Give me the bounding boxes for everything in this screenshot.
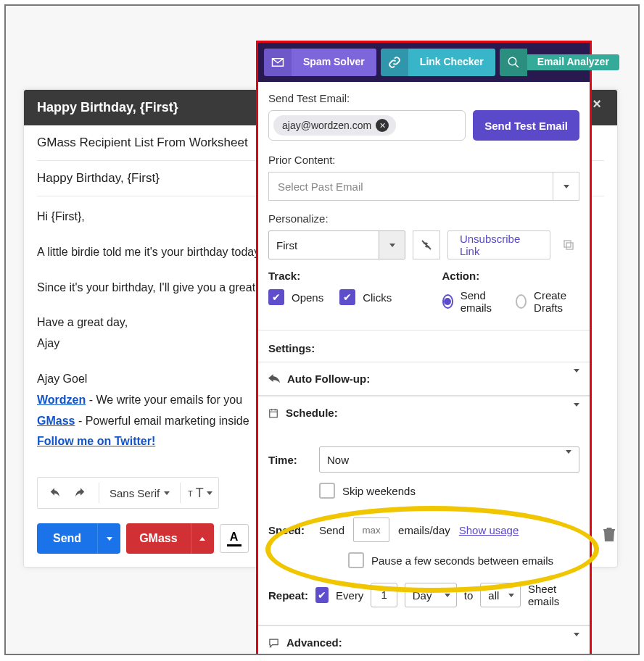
radio-create-drafts[interactable] <box>516 294 527 309</box>
skip-weekends-row[interactable]: Skip weekends <box>319 483 579 499</box>
track-clicks-label: Clicks <box>363 291 392 304</box>
tab-spam-solver[interactable]: Spam Solver <box>264 49 376 76</box>
repeat-who-value: all <box>488 589 499 602</box>
track-action-row: Track: ✔ Opens ✔ Clicks Action: <box>268 270 579 321</box>
speed-prefix: Send <box>319 524 344 536</box>
show-usage-link[interactable]: Show usage <box>459 524 519 536</box>
repeat-row: Repeat: ✔ Every 1 Day to all S <box>268 583 579 607</box>
checkbox-repeat[interactable]: ✔ <box>315 587 329 603</box>
radio-send-emails[interactable] <box>442 294 453 309</box>
font-dropdown[interactable]: Sans Serif <box>107 487 173 499</box>
track-clicks-row[interactable]: ✔ Clicks <box>339 289 392 305</box>
panel-tabs: Spam Solver Link Checker Email Analyzer <box>258 43 590 82</box>
prior-content-label: Prior Content: <box>268 154 579 166</box>
chevron-down-icon <box>574 373 579 385</box>
section-followup: Auto Follow-up: <box>258 362 590 396</box>
repeat-count-input[interactable]: 1 <box>371 583 397 607</box>
send-dropdown[interactable] <box>97 523 120 554</box>
repeat-unit-select[interactable]: Day <box>405 583 457 607</box>
toolbar-separator <box>180 483 181 503</box>
unsubscribe-link-button[interactable]: Unsubscribe Link <box>447 230 550 259</box>
gmass-button[interactable]: GMass <box>126 523 190 554</box>
font-size-dropdown[interactable]: тT <box>188 482 212 504</box>
test-email-chip: ajay@wordzen.com ✕ <box>273 115 396 136</box>
svg-rect-2 <box>564 241 571 247</box>
action-send-label: Send emails <box>461 289 503 314</box>
font-name: Sans Serif <box>110 487 160 499</box>
action-drafts-row[interactable]: Create Drafts <box>516 289 579 314</box>
checkbox-pause[interactable] <box>348 552 364 568</box>
format-A-icon: A <box>230 531 239 543</box>
send-button[interactable]: Send <box>37 523 97 554</box>
svg-point-0 <box>508 57 516 65</box>
checkbox-clicks[interactable]: ✔ <box>339 289 355 305</box>
action-label: Action: <box>442 270 580 282</box>
checkbox-skip-weekends[interactable] <box>319 483 335 499</box>
send-test-label: Send Test Email: <box>268 92 579 104</box>
repeat-label: Repeat: <box>268 589 308 602</box>
tab-link-checker[interactable]: Link Checker <box>381 49 495 76</box>
remove-link-icon[interactable] <box>413 230 440 259</box>
section-schedule: Schedule: Time: Now Skip weekends <box>258 396 590 625</box>
app-frame: Happy Birthday, {First} × GMass Recipien… <box>4 4 640 655</box>
calendar-icon <box>268 408 278 418</box>
undo-icon[interactable] <box>44 482 65 504</box>
gmass-dropdown[interactable] <box>191 523 214 554</box>
test-email-input[interactable]: ajay@wordzen.com ✕ <box>268 110 466 141</box>
prior-content-placeholder: Select Past Email <box>278 180 363 193</box>
chevron-down-icon[interactable] <box>379 231 405 259</box>
prior-content-select[interactable]: Select Past Email <box>268 172 579 201</box>
sig-wordzen-tag: - We write your emails for you <box>86 394 242 406</box>
tab-spam-label: Spam Solver <box>292 49 376 75</box>
track-opens-label: Opens <box>292 291 323 304</box>
schedule-header[interactable]: Schedule: <box>258 396 590 429</box>
followup-title: Auto Follow-up: <box>287 373 370 385</box>
search-mail-icon <box>500 49 527 76</box>
checkbox-opens[interactable]: ✔ <box>268 289 284 305</box>
personalize-label: Personalize: <box>268 212 579 225</box>
track-opens-row[interactable]: ✔ Opens <box>268 289 323 305</box>
followup-header[interactable]: Auto Follow-up: <box>258 362 590 395</box>
sig-twitter-link[interactable]: Follow me on Twitter! <box>37 435 155 447</box>
pause-label: Pause a few seconds between emails <box>371 554 553 567</box>
time-label: Time: <box>268 454 310 466</box>
text-format-button[interactable]: A <box>220 524 249 553</box>
chevron-down-icon[interactable] <box>553 172 579 200</box>
trash-icon[interactable] <box>602 526 616 542</box>
link-icon <box>381 49 408 76</box>
chevron-down-icon <box>566 454 571 466</box>
chat-icon <box>268 638 279 648</box>
advanced-header[interactable]: Advanced: <box>258 626 590 655</box>
send-test-button[interactable]: Send Test Email <box>473 110 579 141</box>
tab-analyzer-label: Email Analyzer <box>527 54 619 70</box>
chip-remove-icon[interactable]: ✕ <box>376 119 389 132</box>
test-email-value: ajay@wordzen.com <box>282 120 371 131</box>
sig-gmass-link[interactable]: GMass <box>37 415 75 427</box>
sig-wordzen-link[interactable]: Wordzen <box>37 394 86 406</box>
chevron-down-icon <box>574 636 579 649</box>
repeat-unit-value: Day <box>413 589 432 602</box>
speed-label: Speed: <box>268 524 310 536</box>
track-col: Track: ✔ Opens ✔ Clicks <box>268 270 406 321</box>
speed-input[interactable] <box>353 517 389 542</box>
send-button-group: Send <box>37 523 120 554</box>
toolbar-separator <box>99 483 99 503</box>
time-value: Now <box>327 454 349 466</box>
personalize-select[interactable]: First <box>268 230 405 259</box>
chevron-down-icon <box>207 491 212 495</box>
sig-gmass-tag: - Powerful email marketing inside <box>75 415 249 427</box>
formatting-toolbar: Sans Serif тT <box>37 477 219 509</box>
action-send-row[interactable]: Send emails <box>442 289 503 314</box>
repeat-every: Every <box>336 589 363 602</box>
svg-rect-1 <box>566 243 573 249</box>
time-select[interactable]: Now <box>319 446 579 473</box>
compose-subject: Happy Birthday, {First} <box>37 100 178 115</box>
repeat-who-select[interactable]: all <box>480 583 521 607</box>
tab-email-analyzer[interactable]: Email Analyzer <box>500 49 619 76</box>
svg-rect-3 <box>270 410 278 417</box>
copy-icon[interactable] <box>558 238 579 251</box>
redo-icon[interactable] <box>70 482 91 504</box>
pause-row[interactable]: Pause a few seconds between emails <box>348 552 579 568</box>
repeat-suffix: Sheet emails <box>528 583 579 607</box>
schedule-content: Time: Now Skip weekends Speed: Send <box>258 429 590 625</box>
